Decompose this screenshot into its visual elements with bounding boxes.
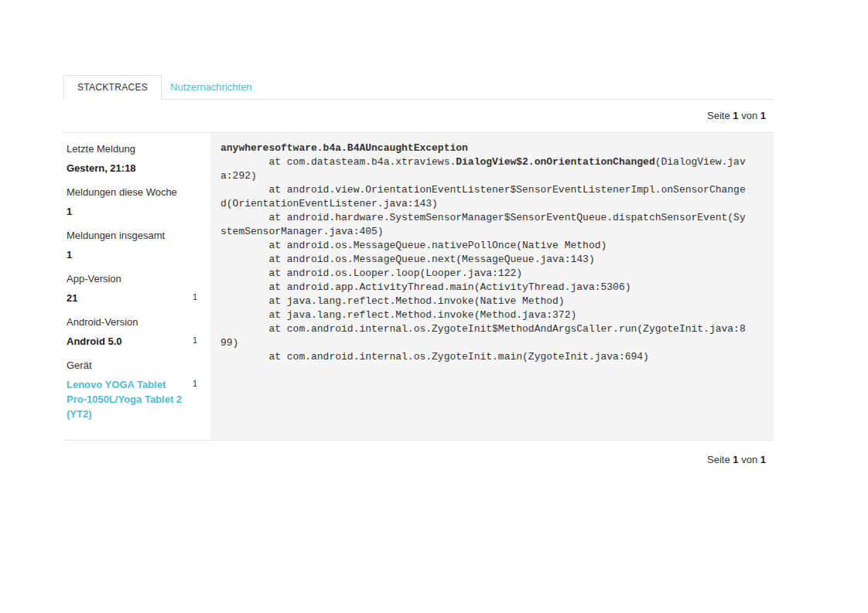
stacktrace-segment: stemSensorManager.java:405) [220, 226, 384, 237]
crash-report-page: STACKTRACES Nutzernachrichten Seite 1 vo… [63, 75, 774, 465]
pagination-total-pages: 1 [760, 110, 766, 121]
stat-label: Android-Version [67, 316, 200, 328]
stacktrace-segment: at android.hardware.SystemSensorManager$… [220, 212, 746, 223]
stacktrace-line: at android.view.OrientationEventListener… [220, 183, 764, 197]
stat-row: 1 [67, 247, 200, 262]
stacktrace-line: at android.app.ActivityThread.main(Activ… [220, 281, 764, 295]
stacktrace-segment: (DialogView.jav [655, 156, 746, 168]
stat-value: Gestern, 21:18 [67, 161, 136, 175]
stat-row: Android 5.01 [67, 334, 200, 349]
stat-label: Gerät [67, 359, 200, 371]
stat-count: 1 [193, 379, 200, 388]
pagination-bottom: Seite 1 von 1 [63, 454, 766, 465]
stacktrace-line: 99) [220, 336, 764, 350]
tab-stacktraces[interactable]: STACKTRACES [63, 75, 162, 100]
stat-group: App-Version211 [67, 273, 200, 305]
stacktrace-line: at android.os.Looper.loop(Looper.java:12… [220, 267, 764, 281]
stacktrace-segment: a:292) [220, 170, 257, 182]
stacktrace-line: a:292) [220, 169, 764, 183]
stacktrace-line: at java.lang.reflect.Method.invoke(Nativ… [220, 295, 764, 308]
stat-group: GerätLenovo YOGA Tablet Pro-1050L/Yoga T… [67, 359, 200, 421]
stacktrace-segment: at com.android.internal.os.ZygoteInit$Me… [220, 323, 746, 335]
stat-label: Meldungen diese Woche [67, 186, 200, 198]
stacktrace-line: at com.datasteam.b4a.xtraviews.DialogVie… [220, 155, 764, 169]
stat-group: Meldungen insgesamt1 [67, 230, 200, 262]
pagination-current-page: 1 [733, 110, 738, 121]
stacktrace-line: d(OrientationEventListener.java:143) [220, 197, 764, 211]
device-link[interactable]: Lenovo YOGA Tablet Pro-1050L/Yoga Tablet… [67, 377, 184, 421]
stat-row: 1 [67, 204, 200, 219]
stacktrace-segment: at android.os.Looper.loop(Looper.java:12… [220, 267, 522, 279]
tab-nutzernachrichten[interactable]: Nutzernachrichten [162, 75, 261, 99]
pagination-label: Seite [707, 454, 730, 465]
stat-count: 1 [193, 335, 200, 345]
stat-label: Letzte Meldung [67, 143, 200, 155]
pagination-of-label: von [741, 110, 757, 121]
stat-group: Meldungen diese Woche1 [67, 186, 200, 219]
stacktrace-segment: at java.lang.reflect.Method.invoke(Metho… [220, 309, 576, 321]
stat-value: 21 [67, 291, 77, 305]
stacktrace-line: at java.lang.reflect.Method.invoke(Metho… [220, 308, 764, 322]
crash-stats-sidebar: Letzte MeldungGestern, 21:18Meldungen di… [63, 133, 200, 440]
stacktrace-line: at android.os.MessageQueue.nativePollOnc… [220, 239, 764, 253]
stacktrace-line: at android.os.MessageQueue.next(MessageQ… [220, 253, 764, 267]
stacktrace-segment: anywheresoftware.b4a.B4AUncaughtExceptio… [220, 142, 468, 154]
stacktrace-segment: at android.view.OrientationEventListener… [220, 184, 746, 196]
stacktrace-segment: at com.android.internal.os.ZygoteInit.ma… [220, 351, 649, 363]
crash-detail-content: Letzte MeldungGestern, 21:18Meldungen di… [63, 132, 774, 441]
stat-row: 211 [67, 291, 200, 305]
stat-group: Letzte MeldungGestern, 21:18 [67, 143, 200, 175]
sidebar-panel-gap [200, 133, 210, 440]
stat-group: Android-VersionAndroid 5.01 [67, 316, 200, 349]
tab-bar: STACKTRACES Nutzernachrichten [63, 75, 774, 100]
pagination-of-label: von [741, 454, 757, 465]
pagination-current-page: 1 [733, 454, 738, 465]
stat-label: Meldungen insgesamt [67, 230, 200, 241]
stacktrace-segment: at java.lang.reflect.Method.invoke(Nativ… [220, 295, 565, 307]
stacktrace-segment: d(OrientationEventListener.java:143) [220, 198, 438, 209]
stacktrace-segment: at com.datasteam.b4a.xtraviews. [220, 156, 456, 168]
stat-row: Gestern, 21:18 [67, 161, 200, 175]
stat-row: Lenovo YOGA Tablet Pro-1050L/Yoga Tablet… [67, 377, 200, 421]
stacktrace-segment: at android.app.ActivityThread.main(Activ… [220, 281, 631, 293]
stat-count: 1 [193, 292, 200, 301]
stacktrace-line: at com.android.internal.os.ZygoteInit$Me… [220, 322, 764, 336]
stat-value: Android 5.0 [67, 334, 122, 349]
stacktrace-panel: anywheresoftware.b4a.B4AUncaughtExceptio… [210, 133, 774, 440]
pagination-label: Seite [707, 110, 730, 121]
stacktrace-line: stemSensorManager.java:405) [220, 225, 764, 239]
stacktrace-segment: at android.os.MessageQueue.next(MessageQ… [220, 254, 595, 265]
stacktrace-line: at android.hardware.SystemSensorManager$… [220, 211, 764, 225]
stat-value: 1 [67, 204, 72, 219]
stacktrace-segment: at android.os.MessageQueue.nativePollOnc… [220, 240, 607, 251]
stacktrace-segment: DialogView$2.onOrientationChanged [456, 156, 654, 168]
stat-value: 1 [67, 247, 72, 262]
stacktrace-line: anywheresoftware.b4a.B4AUncaughtExceptio… [220, 141, 764, 155]
pagination-total-pages: 1 [760, 454, 766, 465]
pagination-top: Seite 1 von 1 [63, 110, 766, 121]
stacktrace-line: at com.android.internal.os.ZygoteInit.ma… [220, 350, 764, 364]
stacktrace-segment: 99) [220, 337, 238, 349]
stat-label: App-Version [67, 273, 200, 284]
